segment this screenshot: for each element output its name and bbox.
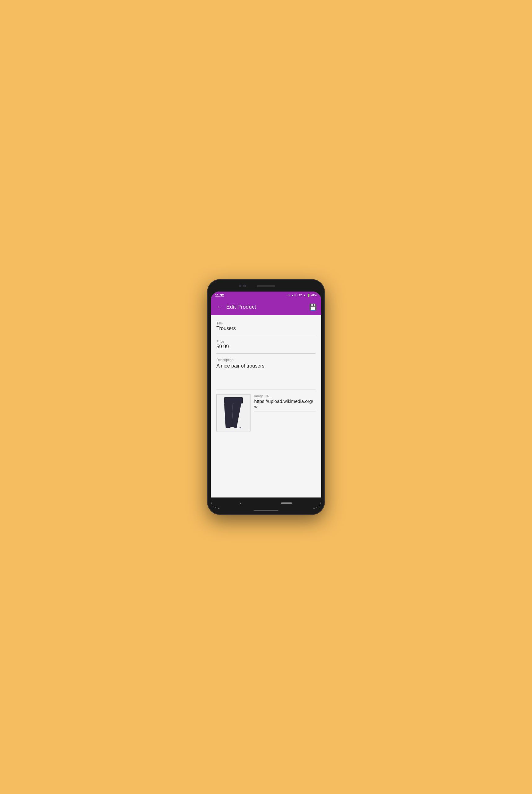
- app-bar: ← Edit Product 💾: [211, 299, 321, 315]
- phone-device: 11:32 • ▾ ▲▼ LTE ▲ 🔋 47% ← Edit Product …: [207, 279, 325, 515]
- signal-icon: ▲▼: [291, 294, 297, 297]
- title-field-group: Title Trousers: [216, 321, 316, 334]
- camera-right: [243, 285, 246, 287]
- content-area: Title Trousers Price 59.99 Description A…: [211, 315, 321, 498]
- phone-notch: [211, 283, 321, 292]
- price-value[interactable]: 59.99: [216, 344, 316, 352]
- app-bar-left: ← Edit Product: [215, 303, 256, 312]
- signal-bars: ▲: [303, 294, 306, 297]
- title-value[interactable]: Trousers: [216, 326, 316, 334]
- description-label: Description: [216, 358, 316, 362]
- save-button[interactable]: 💾: [309, 303, 317, 311]
- wifi-icon: ▾: [288, 294, 290, 297]
- status-icons: • ▾ ▲▼ LTE ▲ 🔋 47%: [286, 294, 317, 297]
- battery-icon: 🔋: [307, 294, 310, 297]
- status-bar: 11:32 • ▾ ▲▼ LTE ▲ 🔋 47%: [211, 292, 321, 299]
- title-label: Title: [216, 321, 316, 325]
- title-divider: [216, 335, 316, 335]
- phone-screen: 11:32 • ▾ ▲▼ LTE ▲ 🔋 47% ← Edit Product …: [211, 292, 321, 509]
- image-url-value[interactable]: https://upload.wikimedia.org/w: [254, 399, 316, 411]
- svg-marker-1: [224, 404, 233, 428]
- battery-percentage: 47%: [311, 294, 317, 297]
- status-time: 11:32: [215, 293, 224, 297]
- price-field-group: Price 59.99: [216, 339, 316, 352]
- image-url-label: Image URL: [254, 394, 316, 398]
- nav-home-button[interactable]: [281, 502, 292, 504]
- image-url-field: Image URL https://upload.wikimedia.org/w: [254, 394, 316, 412]
- nav-back-button[interactable]: ‹: [240, 501, 242, 505]
- bottom-nav-bar: ‹: [211, 498, 321, 509]
- price-label: Price: [216, 339, 316, 343]
- price-divider: [216, 353, 316, 354]
- svg-line-5: [236, 428, 241, 428]
- dot-icon: •: [286, 294, 287, 297]
- image-section: Image URL https://upload.wikimedia.org/w: [216, 394, 316, 431]
- trousers-svg: [221, 397, 246, 428]
- page-title: Edit Product: [226, 304, 256, 310]
- camera-left: [239, 285, 241, 287]
- product-image[interactable]: [216, 394, 250, 431]
- home-indicator: [253, 510, 279, 511]
- phone-speaker: [257, 285, 275, 287]
- image-url-divider: [254, 411, 316, 412]
- back-button[interactable]: ←: [215, 303, 223, 312]
- svg-marker-2: [232, 404, 243, 428]
- svg-rect-0: [224, 397, 243, 404]
- description-value[interactable]: A nice pair of trousers.: [216, 362, 316, 388]
- description-field-group: Description A nice pair of trousers.: [216, 358, 316, 388]
- lte-icon: LTE: [297, 294, 302, 297]
